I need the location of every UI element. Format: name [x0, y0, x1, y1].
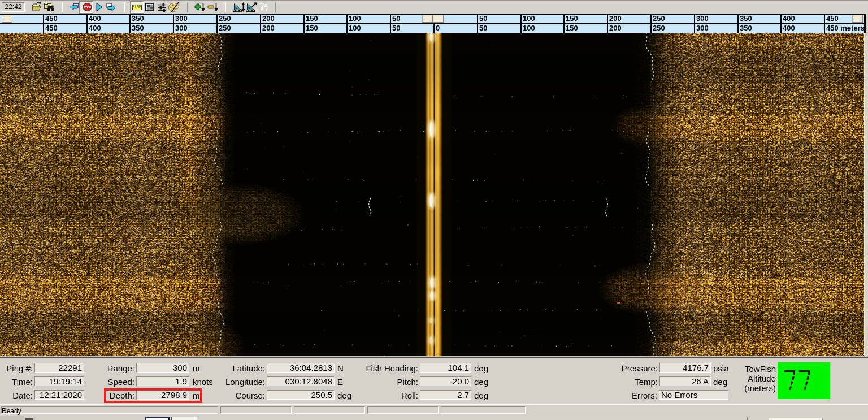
svg-text:STOP: STOP	[84, 6, 92, 9]
